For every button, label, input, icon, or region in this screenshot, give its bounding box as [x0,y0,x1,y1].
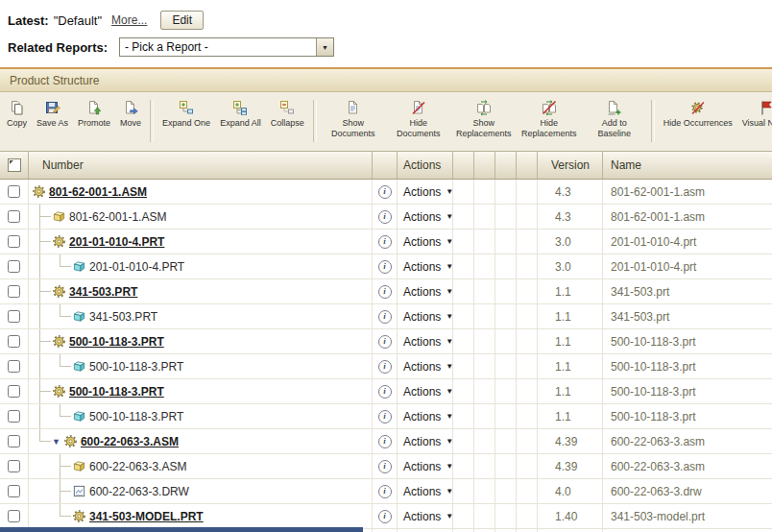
checkbox-cell [0,354,29,378]
info-icon[interactable]: i [378,435,392,448]
part-number-link[interactable]: 341-503.PRT [69,285,137,299]
empty-cell [474,205,495,229]
toolbar-button[interactable]: Add to Baseline [582,97,647,138]
toolbar-button[interactable]: Collapse [266,97,309,129]
row-checkbox[interactable] [8,310,20,323]
row-actions-menu[interactable]: Actions ▼ [398,404,453,428]
row-actions-menu[interactable]: Actions ▼ [398,254,453,278]
toolbar-button[interactable]: Copy [2,97,32,129]
drawing-icon [72,484,86,498]
table-header: Number Actions Version Name [0,152,772,180]
toolbar-button[interactable]: Hide Replacements [517,97,582,138]
row-actions-menu[interactable]: Actions ▼ [398,429,453,453]
empty-cell [517,329,538,353]
visual-navigation-icon [759,100,772,115]
latest-row: Latest: "Default" More... Edit [8,10,764,31]
row-checkbox[interactable] [8,360,20,373]
info-icon[interactable]: i [378,210,392,224]
more-link[interactable]: More... [111,13,147,27]
row-checkbox[interactable] [8,285,20,298]
dropdown-caret-icon: ▼ [446,262,453,271]
toolbar-button[interactable]: Promote [73,97,115,129]
number-cell: 341-503.PRT [29,279,373,303]
empty-cell [517,479,538,503]
toolbar-button[interactable]: Hide Occurrences [659,97,737,129]
part-number-link[interactable]: 600-22-063-3.ASM [81,435,179,448]
toolbar-button[interactable]: Expand One [157,97,215,129]
row-checkbox[interactable] [8,485,20,497]
info-icon[interactable]: i [378,235,392,249]
tree-connector [31,404,51,428]
info-icon[interactable]: i [378,460,392,473]
table-row: 600-22-063-3.ASM i Actions ▼ 4.39 600-22… [0,454,772,479]
row-actions-menu[interactable]: Actions ▼ [398,304,453,328]
version-cell: 1.1 [538,304,603,328]
empty-cell [495,404,517,428]
select-all-checkbox[interactable] [8,158,21,172]
info-icon[interactable]: i [378,185,392,199]
info-icon[interactable]: i [378,485,392,498]
dropdown-arrow-icon[interactable]: ▼ [316,38,333,56]
row-checkbox[interactable] [8,235,20,248]
info-icon[interactable]: i [378,260,392,274]
row-actions-menu[interactable]: Actions ▼ [398,379,453,403]
actions-label: Actions [403,510,441,523]
toolbar-button[interactable]: Save As [32,97,73,129]
info-icon[interactable]: i [378,360,392,374]
row-actions-menu[interactable]: Actions ▼ [398,479,453,503]
toolbar-button[interactable]: Move [115,97,146,129]
save-as-icon [45,100,60,115]
info-icon[interactable]: i [378,335,392,349]
row-checkbox[interactable] [8,210,20,223]
edit-button[interactable]: Edit [160,11,204,30]
gear-icon [52,284,66,299]
name-cell: 801-62-001-1.asm [603,205,772,229]
toolbar-button[interactable]: Hide Documents [386,97,451,138]
row-checkbox[interactable] [8,410,20,423]
row-actions-menu[interactable]: Actions ▼ [398,230,453,254]
row-checkbox[interactable] [8,460,20,472]
info-icon[interactable]: i [378,410,392,423]
row-checkbox[interactable] [8,335,20,348]
row-actions-menu[interactable]: Actions ▼ [398,454,453,478]
row-checkbox[interactable] [8,510,20,522]
toolbar-button[interactable]: Expand All [215,97,266,129]
row-checkbox[interactable] [8,435,20,447]
table-row: 341-503.PRT i Actions ▼ 1.1 341-503.prt [0,279,772,304]
dropdown-caret-icon: ▼ [446,237,453,246]
row-checkbox[interactable] [8,260,20,273]
empty-cell [517,454,538,478]
report-picker-select[interactable]: - Pick a Report - ▼ [119,37,334,57]
info-icon[interactable]: i [378,510,392,523]
row-actions-menu[interactable]: Actions ▼ [398,504,453,528]
part-number-text: 801-62-001-1.ASM [69,210,166,224]
empty-cell [474,180,495,204]
empty-cell [495,304,517,328]
row-actions-menu[interactable]: Actions ▼ [398,180,453,204]
row-checkbox[interactable] [8,385,20,398]
info-icon[interactable]: i [378,310,392,324]
row-actions-menu[interactable]: Actions ▼ [398,354,453,378]
assembly-icon [72,459,86,473]
row-actions-menu[interactable]: Actions ▼ [398,205,453,229]
toolbar-button[interactable]: Show Replacements [451,97,517,138]
info-cell: i [373,379,398,403]
gear-icon [52,334,66,349]
actions-label: Actions [403,360,441,374]
expanded-node-arrow-icon[interactable]: ▼ [52,437,60,447]
empty-cell [474,329,495,353]
row-actions-menu[interactable]: Actions ▼ [398,329,453,353]
info-icon[interactable]: i [378,285,392,299]
tree-connector [51,404,71,428]
toolbar-button[interactable]: Show Documents [321,97,386,138]
version-cell: 3.0 [538,230,603,254]
row-actions-menu[interactable]: Actions ▼ [398,279,453,303]
part-number-link[interactable]: 500-10-118-3.PRT [69,385,164,399]
part-number-link[interactable]: 801-62-001-1.ASM [49,185,147,199]
part-number-link[interactable]: 500-10-118-3.PRT [69,335,164,349]
part-number-link[interactable]: 341-503-MODEL.PRT [89,510,204,523]
info-icon[interactable]: i [378,385,392,399]
row-checkbox[interactable] [8,185,20,198]
part-number-link[interactable]: 201-01-010-4.PRT [69,235,164,249]
toolbar-button[interactable]: Visual Navig [737,97,772,129]
